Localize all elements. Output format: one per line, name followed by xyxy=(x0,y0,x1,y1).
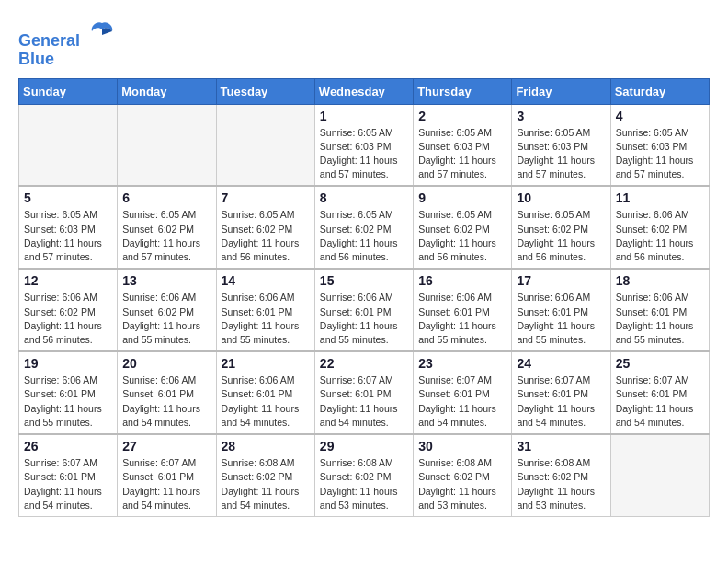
day-number: 27 xyxy=(122,439,210,454)
day-info: Sunrise: 6:05 AMSunset: 6:03 PMDaylight:… xyxy=(24,208,112,264)
calendar-cell: 29Sunrise: 6:08 AMSunset: 6:02 PMDayligh… xyxy=(314,434,413,516)
weekday-header-thursday: Thursday xyxy=(414,78,512,104)
day-number: 31 xyxy=(517,439,605,454)
day-info: Sunrise: 6:06 AMSunset: 6:01 PMDaylight:… xyxy=(418,291,506,347)
day-number: 16 xyxy=(418,273,506,288)
day-info: Sunrise: 6:07 AMSunset: 6:01 PMDaylight:… xyxy=(517,373,605,430)
day-number: 28 xyxy=(222,439,310,454)
day-info: Sunrise: 6:06 AMSunset: 6:01 PMDaylight:… xyxy=(222,373,310,430)
logo: General Blue xyxy=(18,18,116,69)
day-number: 15 xyxy=(320,273,408,288)
weekday-header-saturday: Saturday xyxy=(610,78,709,104)
day-number: 19 xyxy=(24,356,112,371)
day-number: 18 xyxy=(616,273,704,288)
day-number: 8 xyxy=(320,190,408,205)
weekday-header-monday: Monday xyxy=(118,78,216,104)
day-number: 6 xyxy=(122,190,210,205)
calendar-cell xyxy=(216,104,314,186)
calendar-week-row: 1Sunrise: 6:05 AMSunset: 6:03 PMDaylight… xyxy=(19,104,710,186)
day-info: Sunrise: 6:06 AMSunset: 6:01 PMDaylight:… xyxy=(616,291,704,347)
day-number: 30 xyxy=(418,439,506,454)
calendar-cell: 27Sunrise: 6:07 AMSunset: 6:01 PMDayligh… xyxy=(118,434,216,516)
calendar-cell: 5Sunrise: 6:05 AMSunset: 6:03 PMDaylight… xyxy=(19,186,118,269)
calendar-cell: 25Sunrise: 6:07 AMSunset: 6:01 PMDayligh… xyxy=(610,351,709,434)
logo-bird-icon xyxy=(88,18,116,46)
day-info: Sunrise: 6:06 AMSunset: 6:01 PMDaylight:… xyxy=(122,373,210,430)
weekday-header-sunday: Sunday xyxy=(19,78,118,104)
logo-blue: Blue xyxy=(18,50,54,68)
calendar-cell: 1Sunrise: 6:05 AMSunset: 6:03 PMDaylight… xyxy=(314,104,413,186)
day-info: Sunrise: 6:08 AMSunset: 6:02 PMDaylight:… xyxy=(320,456,408,512)
day-info: Sunrise: 6:07 AMSunset: 6:01 PMDaylight:… xyxy=(320,373,408,430)
day-number: 1 xyxy=(320,109,408,123)
weekday-header-row: SundayMondayTuesdayWednesdayThursdayFrid… xyxy=(19,78,710,104)
page-header: General Blue xyxy=(18,18,710,69)
calendar-cell: 4Sunrise: 6:05 AMSunset: 6:03 PMDaylight… xyxy=(610,104,709,186)
calendar-cell: 2Sunrise: 6:05 AMSunset: 6:03 PMDaylight… xyxy=(414,104,512,186)
calendar-cell: 15Sunrise: 6:06 AMSunset: 6:01 PMDayligh… xyxy=(314,269,413,351)
day-info: Sunrise: 6:08 AMSunset: 6:02 PMDaylight:… xyxy=(418,456,506,512)
day-info: Sunrise: 6:06 AMSunset: 6:01 PMDaylight:… xyxy=(320,291,408,347)
calendar-cell: 11Sunrise: 6:06 AMSunset: 6:02 PMDayligh… xyxy=(610,186,709,269)
calendar-cell xyxy=(610,434,709,516)
calendar-week-row: 19Sunrise: 6:06 AMSunset: 6:01 PMDayligh… xyxy=(19,351,710,434)
day-number: 13 xyxy=(122,273,210,288)
calendar-cell: 12Sunrise: 6:06 AMSunset: 6:02 PMDayligh… xyxy=(19,269,118,351)
day-number: 2 xyxy=(418,109,506,123)
day-info: Sunrise: 6:06 AMSunset: 6:01 PMDaylight:… xyxy=(24,373,112,430)
day-number: 14 xyxy=(222,273,310,288)
day-number: 26 xyxy=(24,439,112,454)
day-info: Sunrise: 6:05 AMSunset: 6:03 PMDaylight:… xyxy=(418,126,506,182)
day-info: Sunrise: 6:05 AMSunset: 6:02 PMDaylight:… xyxy=(320,208,408,264)
calendar-cell xyxy=(118,104,216,186)
calendar-cell: 3Sunrise: 6:05 AMSunset: 6:03 PMDaylight… xyxy=(512,104,610,186)
day-number: 5 xyxy=(24,190,112,205)
day-info: Sunrise: 6:08 AMSunset: 6:02 PMDaylight:… xyxy=(222,456,310,512)
day-info: Sunrise: 6:08 AMSunset: 6:02 PMDaylight:… xyxy=(517,456,605,512)
calendar-cell: 31Sunrise: 6:08 AMSunset: 6:02 PMDayligh… xyxy=(512,434,610,516)
calendar-week-row: 26Sunrise: 6:07 AMSunset: 6:01 PMDayligh… xyxy=(19,434,710,516)
day-info: Sunrise: 6:06 AMSunset: 6:01 PMDaylight:… xyxy=(517,291,605,347)
calendar-cell xyxy=(19,104,118,186)
day-number: 10 xyxy=(517,190,605,205)
day-number: 25 xyxy=(616,356,704,371)
calendar-cell: 9Sunrise: 6:05 AMSunset: 6:02 PMDaylight… xyxy=(414,186,512,269)
day-number: 20 xyxy=(122,356,210,371)
day-info: Sunrise: 6:07 AMSunset: 6:01 PMDaylight:… xyxy=(418,373,506,430)
day-info: Sunrise: 6:07 AMSunset: 6:01 PMDaylight:… xyxy=(616,373,704,430)
weekday-header-friday: Friday xyxy=(512,78,610,104)
weekday-header-wednesday: Wednesday xyxy=(314,78,413,104)
day-info: Sunrise: 6:05 AMSunset: 6:02 PMDaylight:… xyxy=(122,208,210,264)
day-info: Sunrise: 6:06 AMSunset: 6:02 PMDaylight:… xyxy=(616,208,704,264)
calendar-cell: 8Sunrise: 6:05 AMSunset: 6:02 PMDaylight… xyxy=(314,186,413,269)
day-info: Sunrise: 6:05 AMSunset: 6:03 PMDaylight:… xyxy=(517,126,605,182)
calendar-cell: 18Sunrise: 6:06 AMSunset: 6:01 PMDayligh… xyxy=(610,269,709,351)
day-number: 12 xyxy=(24,273,112,288)
day-number: 21 xyxy=(222,356,310,371)
calendar-cell: 30Sunrise: 6:08 AMSunset: 6:02 PMDayligh… xyxy=(414,434,512,516)
calendar-cell: 26Sunrise: 6:07 AMSunset: 6:01 PMDayligh… xyxy=(19,434,118,516)
day-number: 29 xyxy=(320,439,408,454)
day-number: 22 xyxy=(320,356,408,371)
day-info: Sunrise: 6:05 AMSunset: 6:02 PMDaylight:… xyxy=(418,208,506,264)
day-number: 24 xyxy=(517,356,605,371)
calendar-cell: 24Sunrise: 6:07 AMSunset: 6:01 PMDayligh… xyxy=(512,351,610,434)
day-info: Sunrise: 6:07 AMSunset: 6:01 PMDaylight:… xyxy=(122,456,210,512)
calendar-cell: 7Sunrise: 6:05 AMSunset: 6:02 PMDaylight… xyxy=(216,186,314,269)
day-number: 17 xyxy=(517,273,605,288)
day-info: Sunrise: 6:05 AMSunset: 6:02 PMDaylight:… xyxy=(222,208,310,264)
day-number: 9 xyxy=(418,190,506,205)
day-info: Sunrise: 6:06 AMSunset: 6:02 PMDaylight:… xyxy=(122,291,210,347)
day-number: 7 xyxy=(222,190,310,205)
day-info: Sunrise: 6:06 AMSunset: 6:02 PMDaylight:… xyxy=(24,291,112,347)
calendar-week-row: 5Sunrise: 6:05 AMSunset: 6:03 PMDaylight… xyxy=(19,186,710,269)
logo-general: General xyxy=(18,31,80,50)
calendar-cell: 17Sunrise: 6:06 AMSunset: 6:01 PMDayligh… xyxy=(512,269,610,351)
day-number: 23 xyxy=(418,356,506,371)
calendar-week-row: 12Sunrise: 6:06 AMSunset: 6:02 PMDayligh… xyxy=(19,269,710,351)
calendar-cell: 16Sunrise: 6:06 AMSunset: 6:01 PMDayligh… xyxy=(414,269,512,351)
calendar-cell: 22Sunrise: 6:07 AMSunset: 6:01 PMDayligh… xyxy=(314,351,413,434)
day-info: Sunrise: 6:07 AMSunset: 6:01 PMDaylight:… xyxy=(24,456,112,512)
day-number: 4 xyxy=(616,109,704,123)
calendar-cell: 6Sunrise: 6:05 AMSunset: 6:02 PMDaylight… xyxy=(118,186,216,269)
